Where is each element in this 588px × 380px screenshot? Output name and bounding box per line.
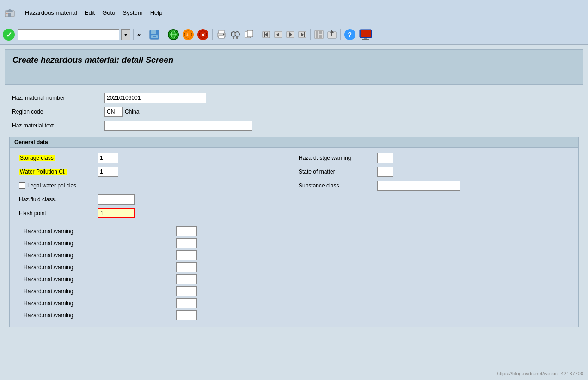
haz-material-number-input[interactable]: [104, 93, 206, 103]
flash-point-input[interactable]: [98, 208, 135, 218]
state-of-matter-row: State of matter: [299, 166, 569, 177]
back-button[interactable]: «: [136, 28, 142, 41]
svg-rect-16: [219, 30, 224, 34]
storage-class-label: Storage class: [19, 155, 98, 161]
menu-help[interactable]: Help: [147, 8, 165, 17]
legal-water-row: Legal water pol.clas: [19, 180, 289, 191]
water-pollution-label: Water Pollution Cl.: [19, 169, 98, 175]
hazmat-label-4: Hazard.mat.warning: [19, 264, 176, 271]
red-icon: ✕: [197, 29, 208, 40]
green-globe-button[interactable]: [167, 28, 180, 41]
header-form: Haz. material number Region code China H…: [5, 92, 583, 131]
panel-header: General data: [10, 137, 578, 148]
menu-area: ← Hazardous material Edit Goto System He…: [4, 6, 165, 19]
general-data-panel: General data Storage class Water Polluti…: [9, 137, 579, 327]
hazmat-input-6[interactable]: [176, 286, 197, 296]
green-globe-icon: [168, 29, 179, 40]
region-code-row: Region code China: [12, 106, 576, 117]
hazmat-row-3: Hazard.mat.warning: [19, 250, 569, 260]
haz-fluid-label: Haz.fluid class.: [19, 196, 98, 203]
haz-material-text-row: Haz.material text: [12, 120, 576, 131]
hazmat-row-1: Hazard.mat.warning: [19, 226, 569, 236]
page-last-button[interactable]: [297, 28, 307, 41]
storage-class-input[interactable]: [98, 153, 118, 163]
svg-rect-46: [362, 39, 369, 40]
watermark: https://blog.csdn.net/weixin_42137700: [497, 371, 583, 376]
hazard-stge-row: Hazard. stge warning: [299, 152, 569, 163]
hazard-stge-input[interactable]: [377, 153, 393, 163]
svg-rect-38: [319, 31, 322, 34]
hazmat-label-8: Hazard.mat.warning: [19, 312, 176, 319]
menu-bar: Hazardous material Edit Goto System Help: [22, 8, 165, 17]
print-button[interactable]: [215, 28, 227, 41]
svg-rect-5: [151, 30, 156, 34]
confirm-button[interactable]: ✓: [2, 28, 16, 41]
hazmat-input-7[interactable]: [176, 298, 197, 308]
hazmat-input-2[interactable]: [176, 238, 197, 248]
menu-edit[interactable]: Edit: [82, 8, 98, 17]
orange-icon: +: [183, 29, 194, 40]
menu-goto[interactable]: Goto: [99, 8, 118, 17]
page-first-button[interactable]: [261, 28, 271, 41]
command-input[interactable]: [18, 29, 119, 40]
haz-material-text-input[interactable]: [104, 121, 252, 131]
sep-7: [340, 29, 341, 40]
hazmat-label-3: Hazard.mat.warning: [19, 252, 176, 259]
orange-button[interactable]: +: [182, 28, 195, 41]
state-of-matter-input[interactable]: [377, 167, 393, 177]
sep-3: [164, 29, 164, 40]
svg-rect-7: [153, 36, 156, 37]
hazmat-row-6: Hazard.mat.warning: [19, 286, 569, 296]
legal-water-checkbox[interactable]: [19, 182, 25, 189]
sep-6: [310, 29, 311, 40]
hazmat-input-1[interactable]: [176, 226, 197, 236]
panel-right: Hazard. stge warning State of matter Sub…: [294, 152, 574, 222]
help-icon: ?: [344, 29, 355, 40]
layout-button[interactable]: [313, 28, 325, 41]
hazmat-input-5[interactable]: [176, 274, 197, 284]
water-pollution-input[interactable]: [98, 167, 118, 177]
docs-button[interactable]: [243, 28, 255, 41]
check-icon: ✓: [3, 29, 15, 41]
hazmat-label-5: Hazard.mat.warning: [19, 276, 176, 283]
save-button[interactable]: [148, 28, 161, 41]
svg-text:←: ←: [6, 12, 9, 15]
substance-class-row: Substance class: [299, 180, 569, 191]
page-title: Create hazardous material: detail Screen: [12, 55, 576, 65]
toolbar: ✓ ▼ « +: [0, 25, 588, 45]
svg-text:✕: ✕: [201, 32, 205, 37]
haz-material-text-label: Haz.material text: [12, 122, 104, 129]
hazmat-input-4[interactable]: [176, 262, 197, 272]
hazmat-label-6: Hazard.mat.warning: [19, 288, 176, 295]
svg-rect-17: [219, 36, 224, 38]
flash-point-label: Flash point: [19, 210, 98, 217]
hazmat-row-8: Hazard.mat.warning: [19, 310, 569, 320]
home-icon[interactable]: ←: [4, 6, 16, 19]
page-next-button[interactable]: [285, 28, 295, 41]
help-button[interactable]: ?: [343, 28, 356, 41]
haz-fluid-input[interactable]: [98, 194, 135, 205]
substance-class-input[interactable]: [377, 181, 460, 191]
svg-rect-37: [316, 31, 318, 38]
panel-body: Storage class Water Pollution Cl. Legal …: [10, 148, 578, 226]
title-bar: ← Hazardous material Edit Goto System He…: [0, 0, 588, 25]
command-dropdown[interactable]: ▼: [121, 29, 130, 40]
svg-rect-45: [364, 38, 368, 39]
hazmat-row-5: Hazard.mat.warning: [19, 274, 569, 284]
hazmat-input-3[interactable]: [176, 250, 197, 260]
svg-rect-25: [247, 30, 253, 37]
red-button[interactable]: ✕: [196, 28, 209, 41]
svg-rect-39: [319, 35, 322, 38]
state-of-matter-label: State of matter: [299, 169, 377, 175]
haz-material-number-row: Haz. material number: [12, 92, 576, 103]
svg-rect-35: [304, 32, 305, 37]
export-button[interactable]: [326, 28, 337, 41]
page-prev-button[interactable]: [273, 28, 283, 41]
hazmat-input-8[interactable]: [176, 310, 197, 320]
menu-hazardous-material[interactable]: Hazardous material: [22, 8, 80, 17]
region-code-input[interactable]: [104, 107, 123, 117]
monitor-button[interactable]: [358, 28, 373, 41]
hazmat-full-section: Hazard.mat.warning Hazard.mat.warning Ha…: [10, 226, 578, 327]
find-button[interactable]: [229, 28, 241, 41]
menu-system[interactable]: System: [120, 8, 145, 17]
